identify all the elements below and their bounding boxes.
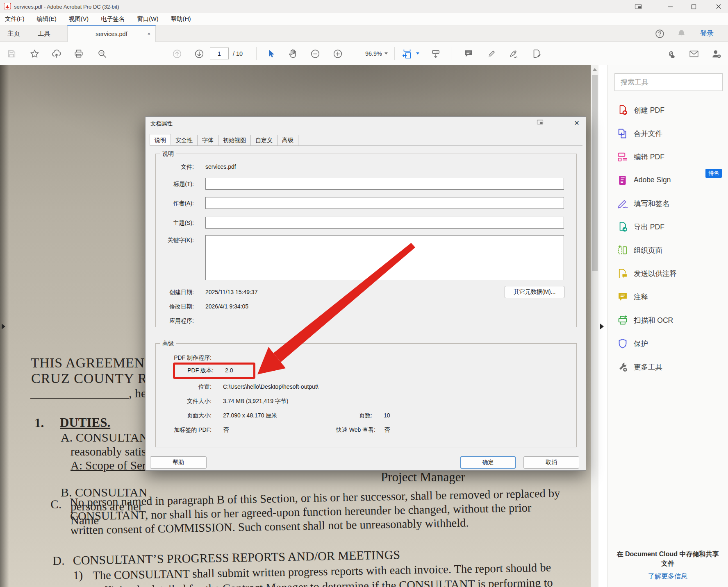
keywords-textarea[interactable] xyxy=(205,235,564,280)
create-pdf-icon xyxy=(617,104,628,116)
print-icon[interactable] xyxy=(73,48,84,59)
scroll-mode-icon[interactable] xyxy=(430,48,441,59)
highlight-icon[interactable] xyxy=(486,48,497,59)
vertical-scrollbar[interactable] xyxy=(591,65,598,587)
acrobat-logo-icon xyxy=(4,3,11,11)
share-link-icon[interactable] xyxy=(666,48,676,59)
ok-button[interactable]: 确定 xyxy=(460,456,516,469)
tab-home[interactable]: 主页 xyxy=(7,25,20,42)
find-icon[interactable] xyxy=(97,48,107,59)
fill-sign-icon[interactable] xyxy=(531,48,542,59)
keywords-label: 关键字(K): xyxy=(153,237,194,244)
right-pane-collapse-icon[interactable] xyxy=(600,324,604,329)
sidebar-item-comment[interactable]: 注释 xyxy=(607,285,728,308)
dialog-tab-security[interactable]: 安全性 xyxy=(171,135,198,146)
upload-cloud-icon[interactable] xyxy=(51,48,62,59)
zoom-dropdown-caret-icon[interactable] xyxy=(384,52,388,54)
left-pane-expand-icon[interactable] xyxy=(2,324,5,329)
hand-tool-icon[interactable] xyxy=(288,48,298,59)
dialog-title: 文档属性 xyxy=(150,120,173,127)
sidebar-item-combine-files[interactable]: 合并文件 xyxy=(607,122,728,145)
dialog-tab-fonts[interactable]: 字体 xyxy=(198,135,218,146)
subject-input[interactable] xyxy=(205,217,564,229)
help-button[interactable]: 帮助 xyxy=(150,456,207,469)
doc-line: ________________, herei xyxy=(30,386,146,400)
pagesize-label: 页面大小: xyxy=(158,412,212,419)
sidebar-item-protect[interactable]: 保护 xyxy=(607,332,728,355)
learn-more-link[interactable]: 了解更多信息 xyxy=(617,572,719,581)
tab-close-icon[interactable]: × xyxy=(147,31,150,37)
maximize-icon[interactable] xyxy=(684,0,703,13)
zoom-level[interactable]: 96.9% xyxy=(361,50,382,57)
email-icon[interactable] xyxy=(689,48,699,59)
combine-files-icon xyxy=(617,128,628,139)
notifications-bell-icon[interactable] xyxy=(676,25,687,42)
fit-dropdown-caret-icon[interactable] xyxy=(416,52,419,54)
more-metadata-button[interactable]: 其它元数据(M)... xyxy=(505,286,564,298)
dialog-tab-description[interactable]: 说明 xyxy=(150,134,171,145)
menu-help[interactable]: 帮助(H) xyxy=(171,15,191,23)
export-pdf-icon xyxy=(617,221,628,233)
page-number-input[interactable] xyxy=(210,48,229,59)
dialog-tab-initial-view[interactable]: 初始视图 xyxy=(218,135,251,146)
tab-tools[interactable]: 工具 xyxy=(38,25,50,42)
sidebar-item-scan-ocr[interactable]: 扫描和 OCR xyxy=(607,308,728,332)
fit-width-icon[interactable] xyxy=(402,48,412,59)
star-icon[interactable] xyxy=(29,48,40,59)
send-for-comments-icon xyxy=(617,268,628,279)
sidebar-item-label: 发送以供注释 xyxy=(634,269,677,279)
title-input[interactable] xyxy=(205,178,564,190)
sidebar-item-export-pdf[interactable]: 导出 PDF xyxy=(607,215,728,238)
dialog-tab-advanced[interactable]: 高级 xyxy=(278,135,298,146)
previous-page-icon[interactable] xyxy=(172,48,182,59)
menu-window[interactable]: 窗口(W) xyxy=(137,15,158,23)
save-icon[interactable] xyxy=(6,48,17,59)
search-tools-input[interactable] xyxy=(614,73,723,91)
sidebar-item-create-pdf[interactable]: 创建 PDF xyxy=(607,98,728,122)
description-group-label: 说明 xyxy=(160,150,176,158)
menu-view[interactable]: 视图(V) xyxy=(69,15,89,23)
sidebar-item-fill-sign[interactable]: 填写和签名 xyxy=(607,192,728,215)
next-page-icon[interactable] xyxy=(194,48,205,59)
help-icon[interactable] xyxy=(655,25,665,42)
doc-section-title: DUTIES. xyxy=(60,415,110,430)
tab-document-label: services.pdf xyxy=(96,31,127,37)
zoom-in-icon[interactable] xyxy=(332,48,343,59)
pages-value: 10 xyxy=(384,412,390,419)
comment-icon[interactable] xyxy=(463,48,474,59)
dialog-close-icon[interactable]: ✕ xyxy=(572,119,582,128)
doc-line: A. CONSULTANT xyxy=(61,431,146,444)
menu-edit[interactable]: 编辑(E) xyxy=(37,15,57,23)
sidebar-item-organize-pages[interactable]: 组织页面 xyxy=(607,238,728,262)
main-toolbar: / 10 96.9% xyxy=(0,42,728,65)
sidebar-item-edit-pdf[interactable]: 编辑 PDF xyxy=(607,145,728,168)
modified-label: 修改日期: xyxy=(153,303,194,310)
sidebar-item-send-for-comments[interactable]: 发送以供注释 xyxy=(607,262,728,285)
tab-document[interactable]: services.pdf × xyxy=(67,25,156,42)
close-icon[interactable] xyxy=(709,0,728,13)
fill-sign-icon-purple xyxy=(617,198,628,209)
add-account-icon[interactable] xyxy=(711,48,722,59)
sidebar-item-label: 更多工具 xyxy=(634,362,662,372)
dialog-tab-custom[interactable]: 自定义 xyxy=(251,135,278,146)
sign-pen-icon[interactable] xyxy=(508,48,519,59)
zoom-out-icon[interactable] xyxy=(310,48,321,59)
scroll-up-icon[interactable] xyxy=(593,68,597,71)
file-label: 文件: xyxy=(153,163,194,171)
fast-web-view-value: 否 xyxy=(384,426,390,434)
pip-icon[interactable] xyxy=(629,0,648,13)
scrollbar-thumb[interactable] xyxy=(592,75,598,271)
filesize-value: 3.74 MB (3,921,419 字节) xyxy=(223,398,289,405)
protect-shield-icon xyxy=(617,338,628,349)
sidebar-item-label: 注释 xyxy=(634,292,648,302)
minimize-icon[interactable] xyxy=(661,0,680,13)
author-input[interactable] xyxy=(205,197,564,209)
menu-esign[interactable]: 电子签名 xyxy=(101,15,125,23)
menu-file[interactable]: 文件(F) xyxy=(5,15,25,23)
dialog-tab-strip: 说明 安全性 字体 初始视图 自定义 高级 xyxy=(150,135,298,146)
select-tool-icon[interactable] xyxy=(265,48,276,59)
cancel-button[interactable]: 取消 xyxy=(523,456,579,469)
pdf-version-highlight-box: PDF 版本: 2.0 xyxy=(173,363,255,379)
sidebar-item-more-tools[interactable]: 更多工具 xyxy=(607,355,728,378)
sign-in-link[interactable]: 登录 xyxy=(700,25,714,42)
